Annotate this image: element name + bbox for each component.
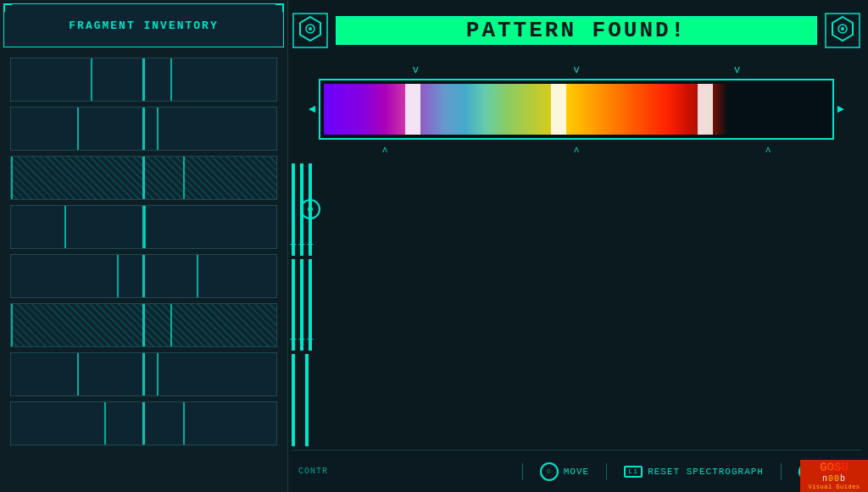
pattern-header: PATTERN FOUND! — [292, 3, 861, 58]
spectrum-bar — [324, 84, 828, 135]
left-panel: FRAGMENT INVENTORY — [0, 0, 288, 492]
fragment-divider — [64, 206, 66, 248]
hexagon-icon-right — [824, 12, 861, 49]
cell-hatch — [11, 157, 276, 199]
grid-arrow-col-1[interactable]: ^ — [292, 146, 478, 158]
list-item[interactable] — [10, 58, 277, 102]
list-item[interactable] — [10, 156, 277, 200]
watermark-guides: Visual Guides — [804, 484, 865, 490]
watermark: GOSU n00b Visual Guides — [800, 460, 868, 492]
control-item-move: ○ MOVE — [540, 462, 589, 481]
control-separator-1 — [522, 463, 523, 480]
cell-hatch — [11, 304, 276, 346]
fragment-divider — [91, 58, 92, 101]
svg-point-3 — [309, 27, 312, 30]
inventory-list — [0, 51, 287, 492]
fragment-divider — [144, 206, 146, 248]
fragment-divider — [183, 157, 185, 199]
spectrum-down-arrow-1[interactable]: v — [413, 64, 419, 76]
fragment-divider — [197, 255, 198, 297]
inventory-title: FRAGMENT INVENTORY — [69, 19, 218, 32]
grid-cell-3-1[interactable] — [292, 354, 295, 446]
cell-plus-btn[interactable]: + — [298, 334, 305, 346]
cell-divider — [293, 356, 295, 445]
spectrum-gradient — [324, 84, 828, 135]
watermark-gosu: GOSU — [804, 462, 865, 474]
spectrum-bar-wrapper — [319, 79, 833, 140]
move-button[interactable]: ○ — [540, 462, 559, 481]
grid-cell-2-1[interactable]: + — [292, 259, 295, 351]
cell-plus-btn[interactable]: + — [307, 334, 314, 346]
grid-area: ^ ^ ^ + — [292, 146, 861, 446]
spectrum-left-arrow[interactable]: ◄ — [309, 102, 315, 116]
fragment-divider — [170, 58, 172, 101]
fragment-inner — [11, 353, 276, 395]
inventory-header: FRAGMENT INVENTORY — [3, 3, 284, 47]
reset-button[interactable]: L1 — [624, 466, 643, 478]
grid-arrow-col-2[interactable]: ^ — [483, 146, 670, 158]
cell-plus-btn[interactable]: + — [298, 239, 305, 251]
grid-cell-1-3[interactable]: + — [309, 163, 312, 256]
watermark-noob: n00b — [804, 474, 865, 484]
hex-icon-right — [824, 12, 861, 49]
fragment-divider — [170, 304, 172, 346]
cell-circle-dot — [308, 207, 313, 212]
fragment-divider — [117, 255, 119, 297]
cell-plus-btn[interactable]: + — [290, 334, 297, 346]
list-item[interactable] — [10, 254, 277, 298]
fragment-divider — [104, 402, 106, 445]
fragment-divider — [157, 353, 159, 395]
fragment-inner — [11, 108, 276, 150]
svg-point-7 — [841, 27, 844, 30]
list-item[interactable] — [10, 303, 277, 347]
right-panel: PATTERN FOUND! v v v — [288, 0, 868, 492]
grid-cell-2-3[interactable]: + — [309, 259, 312, 351]
spectrum-container: v v v ◄ ► — [309, 64, 844, 140]
grid-arrow-col-3[interactable]: ^ — [675, 146, 861, 158]
fragment-inner — [11, 58, 276, 101]
spectrum-white-bar-2 — [551, 84, 566, 135]
control-separator-3 — [781, 463, 782, 480]
spectrum-white-bar-1 — [405, 84, 420, 135]
fragment-inner — [11, 206, 276, 248]
grid-cell-2-2[interactable]: + — [300, 259, 303, 351]
spectrum-right-arrow[interactable]: ► — [837, 102, 844, 116]
fragment-divider — [77, 353, 79, 395]
pattern-banner-text: PATTERN FOUND! — [466, 18, 687, 43]
spectrum-down-arrow-3[interactable]: v — [734, 64, 740, 76]
grid-row-2: + + — [292, 259, 861, 351]
hexagon-icon-left — [292, 12, 329, 49]
spectrum-down-arrow-2[interactable]: v — [573, 64, 579, 76]
grid-cell-1-1[interactable]: + — [292, 163, 295, 256]
fragment-divider — [183, 402, 185, 445]
spectrograph-area: v v v ◄ ► — [292, 64, 861, 446]
fragment-inner — [11, 255, 276, 297]
control-separator-2 — [606, 463, 607, 480]
controls-label: CONTR — [298, 467, 328, 476]
fragment-inner — [11, 402, 276, 445]
fragment-divider — [11, 157, 13, 199]
fragment-inner — [11, 157, 276, 199]
list-item[interactable] — [10, 205, 277, 249]
cell-circle-indicator — [300, 199, 320, 219]
move-label: MOVE — [564, 467, 589, 477]
hex-icon-left — [292, 12, 329, 49]
control-item-reset: L1 RESET SPECTROGRAPH — [624, 466, 764, 478]
spectrum-white-bar-3 — [698, 84, 713, 135]
cell-divider — [307, 356, 309, 445]
fragment-inner — [11, 304, 276, 346]
list-item[interactable] — [10, 352, 277, 396]
bottom-bar: CONTR ○ MOVE L1 RESET SPECTROGRAPH ✕ PLA… — [292, 450, 861, 492]
grid-arrows-row: ^ ^ ^ — [292, 146, 861, 158]
fragment-divider — [157, 108, 159, 150]
cell-plus-btn[interactable]: + — [290, 239, 297, 251]
list-item[interactable] — [10, 107, 277, 151]
grid-row-1: + + — [292, 163, 861, 256]
reset-label: RESET SPECTROGRAPH — [648, 467, 764, 477]
fragment-divider — [77, 108, 79, 150]
pattern-banner: PATTERN FOUND! — [336, 16, 817, 45]
cell-plus-btn[interactable]: + — [307, 239, 314, 251]
grid-cell-3-3[interactable] — [305, 354, 309, 446]
fragment-divider — [11, 304, 13, 346]
list-item[interactable] — [10, 401, 277, 445]
